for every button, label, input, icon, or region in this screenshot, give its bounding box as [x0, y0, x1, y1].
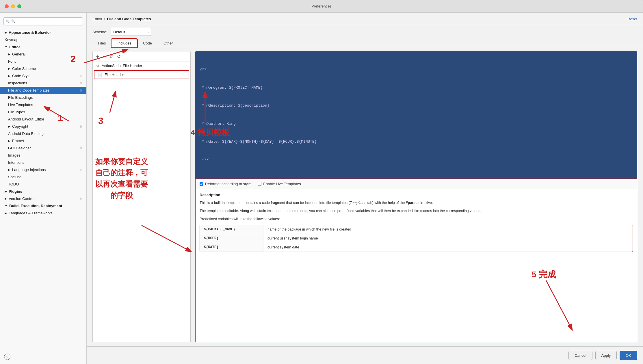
maximize-button[interactable] — [17, 4, 21, 8]
expand-arrow: ▶ — [8, 74, 10, 77]
tab-other[interactable]: Other — [158, 39, 179, 47]
sidebar-item-label: Intentions — [8, 160, 24, 165]
sidebar-item-label: Inspections — [8, 81, 27, 85]
sidebar-item-emmet[interactable]: ▶ Emmet — [0, 137, 86, 144]
sidebar-item-languages-frameworks[interactable]: ▶ Languages & Frameworks — [0, 209, 86, 217]
sidebar-item-code-style[interactable]: ▶ Code Style ⎘ — [0, 72, 86, 79]
tabs-row: Files Includes Code Other — [87, 39, 643, 47]
reformat-checkbox-label[interactable]: Reformat according to style — [200, 182, 251, 186]
sidebar-item-label: File Encodings — [8, 95, 33, 100]
description-text-3: Predefined variables will take the follo… — [200, 216, 633, 222]
add-template-button[interactable]: + — [95, 53, 100, 60]
right-panel: Editor › File and Code Templates Reset S… — [87, 13, 643, 364]
sidebar-item-spelling[interactable]: Spelling — [0, 173, 86, 181]
sidebar-item-file-types[interactable]: File Types — [0, 108, 86, 116]
variable-row-date: ${DATE} current system date — [200, 243, 633, 252]
sidebar-item-label: Images — [8, 153, 21, 157]
help-button[interactable]: ? — [4, 354, 10, 360]
list-item-actionscript[interactable]: ⚙ ActionScript File Header — [93, 62, 190, 70]
sidebar-item-label: Languages & Frameworks — [9, 211, 53, 215]
sidebar-item-keymap[interactable]: Keymap — [0, 36, 86, 43]
variable-row-package: ${PACKAGE_NAME} name of the package in w… — [200, 225, 633, 234]
scheme-row: Scheme: Default Project ⌄ — [87, 24, 643, 39]
panel-header: Editor › File and Code Templates Reset — [87, 13, 643, 24]
cancel-button[interactable]: Cancel — [568, 351, 592, 360]
item-label: ActionScript File Header — [102, 64, 142, 68]
breadcrumb-parent: Editor — [92, 17, 102, 21]
code-line-5: * @date: ${YEAR}-${MONTH}-${DAY} ${HOUR}… — [200, 139, 633, 145]
sidebar: 🔍 ▶ Appearance & Behavior Keymap ▼ Edito… — [0, 13, 87, 364]
reformat-checkbox[interactable] — [200, 182, 203, 186]
sidebar-item-live-templates[interactable]: Live Templates — [0, 101, 86, 108]
sidebar-item-file-encodings[interactable]: File Encodings — [0, 94, 86, 101]
apply-button[interactable]: Apply — [595, 351, 617, 360]
expand-arrow: ▼ — [5, 204, 8, 207]
tab-includes[interactable]: Includes — [112, 39, 137, 47]
copy-icon: ⎘ — [80, 168, 82, 171]
sidebar-item-intentions[interactable]: Intentions — [0, 159, 86, 166]
sidebar-item-file-code-templates[interactable]: File and Code Templates ⎘ — [0, 87, 86, 94]
scheme-select-wrap: Default Project ⌄ — [111, 28, 151, 36]
sidebar-item-editor[interactable]: ▼ Editor — [0, 43, 86, 51]
code-editor[interactable]: /** * @program: ${PROJECT_NAME} * @descr… — [196, 51, 637, 179]
breadcrumb-sep: › — [104, 17, 105, 21]
ok-button[interactable]: OK — [620, 351, 637, 360]
sidebar-item-label: Copyright — [12, 124, 28, 129]
reset-template-button[interactable]: ↺ — [116, 53, 122, 60]
sidebar-item-android-layout-editor[interactable]: Android Layout Editor — [0, 116, 86, 123]
expand-arrow: ▶ — [8, 67, 10, 70]
sidebar-item-todo[interactable]: TODO — [0, 181, 86, 188]
close-button[interactable] — [5, 4, 9, 8]
sidebar-item-inspections[interactable]: Inspections ⎘ — [0, 79, 86, 87]
copy-template-button[interactable]: ⧉ — [109, 53, 114, 60]
live-templates-checkbox-label[interactable]: Enable Live Templates — [258, 182, 301, 186]
expand-arrow: ▶ — [5, 31, 7, 34]
var-name: ${PACKAGE_NAME} — [200, 225, 263, 234]
code-line-6: **/ — [200, 157, 633, 163]
live-templates-checkbox[interactable] — [258, 182, 261, 186]
sidebar-item-general[interactable]: ▶ General — [0, 51, 86, 58]
reformat-label: Reformat according to style — [205, 182, 251, 186]
window-controls — [5, 4, 21, 8]
template-list-panel: + − ⧉ ↺ ⚙ ActionScript File Header — [92, 51, 191, 342]
sidebar-item-version-control[interactable]: ▶ Version Control ⎘ — [0, 195, 86, 202]
tab-code[interactable]: Code — [137, 39, 157, 47]
breadcrumb: Editor › File and Code Templates — [92, 17, 151, 21]
expand-arrow: ▶ — [8, 139, 10, 142]
var-name: ${DATE} — [200, 243, 263, 252]
sidebar-item-label: Android Data Binding — [8, 131, 44, 136]
description-heading: Description — [200, 193, 633, 197]
scheme-label: Scheme: — [92, 30, 107, 34]
copy-icon: ⎘ — [80, 125, 82, 128]
sidebar-item-language-injections[interactable]: ▶ Language Injections ⎘ — [0, 166, 86, 173]
sidebar-item-label: Code Style — [12, 74, 31, 78]
list-item-file-header[interactable]: 📄 — [94, 70, 189, 79]
sidebar-item-label: Plugins — [9, 189, 22, 194]
sidebar-item-label: Emmet — [12, 139, 24, 143]
reset-link[interactable]: Reset — [627, 17, 637, 21]
remove-template-button[interactable]: − — [102, 53, 107, 60]
sidebar-item-label: Keymap — [5, 38, 18, 42]
search-input[interactable] — [3, 17, 83, 25]
sidebar-item-plugins[interactable]: ▶ Plugins — [0, 188, 86, 195]
sidebar-item-copyright[interactable]: ▶ Copyright ⎘ — [0, 123, 86, 130]
sidebar-item-images[interactable]: Images — [0, 152, 86, 159]
minimize-button[interactable] — [11, 4, 15, 8]
list-toolbar: + − ⧉ ↺ — [93, 51, 190, 62]
sidebar-item-font[interactable]: Font — [0, 58, 86, 65]
variables-table: ${PACKAGE_NAME} name of the package in w… — [200, 225, 633, 252]
sidebar-item-android-data-binding[interactable]: Android Data Binding — [0, 130, 86, 137]
sidebar-item-gui-designer[interactable]: GUI Designer ⎘ — [0, 144, 86, 152]
sidebar-item-label: Spelling — [8, 175, 21, 179]
var-desc: current user system login name — [263, 234, 633, 243]
sidebar-item-appearance[interactable]: ▶ Appearance & Behavior — [0, 29, 86, 36]
search-icon: 🔍 — [6, 20, 10, 23]
editor-options: Reformat according to style Enable Live … — [196, 179, 637, 189]
sidebar-item-color-scheme[interactable]: ▶ Color Scheme — [0, 65, 86, 72]
copy-icon: ⎘ — [80, 146, 82, 150]
scheme-select[interactable]: Default Project — [111, 28, 151, 36]
tab-files[interactable]: Files — [92, 39, 111, 47]
sidebar-item-build-execution[interactable]: ▼ Build, Execution, Deployment — [0, 202, 86, 209]
template-name-input[interactable] — [105, 73, 185, 77]
sidebar-item-label: Build, Execution, Deployment — [9, 204, 62, 208]
